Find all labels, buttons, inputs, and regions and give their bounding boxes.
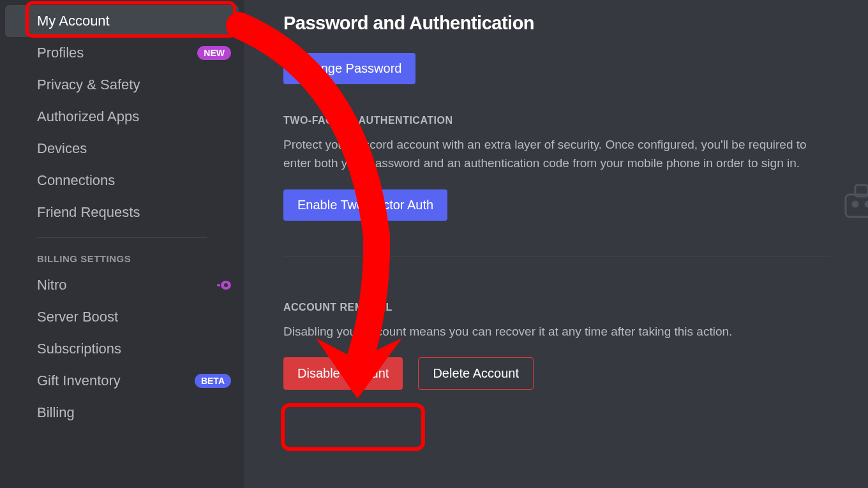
- change-password-button[interactable]: Change Password: [283, 53, 415, 84]
- sidebar-item-authorized-apps[interactable]: Authorized Apps: [0, 101, 244, 133]
- sidebar-item-friend-requests[interactable]: Friend Requests: [0, 196, 244, 228]
- sidebar-item-profiles[interactable]: Profiles NEW: [0, 37, 244, 69]
- sidebar-item-label: Profiles: [37, 45, 84, 61]
- sidebar-item-label: Connections: [37, 172, 115, 189]
- sidebar-item-label: Gift Inventory: [37, 373, 121, 389]
- page-title: Password and Authentication: [283, 13, 830, 34]
- sidebar-item-billing[interactable]: Billing: [0, 397, 244, 429]
- disable-account-button[interactable]: Disable Account: [283, 357, 403, 390]
- sidebar-item-my-account[interactable]: My Account: [5, 5, 239, 37]
- sidebar-item-label: Server Boost: [37, 309, 118, 325]
- sidebar-item-connections[interactable]: Connections: [0, 165, 244, 196]
- removal-button-row: Disable Account Delete Account: [283, 357, 830, 390]
- nitro-icon: [217, 280, 231, 290]
- sidebar-item-label: Subscriptions: [37, 341, 121, 357]
- sidebar-item-label: Privacy & Safety: [37, 77, 140, 93]
- svg-point-5: [865, 202, 868, 207]
- sidebar-item-label: Friend Requests: [37, 204, 140, 221]
- robot-decoration-icon: [836, 179, 868, 226]
- enable-twofa-button[interactable]: Enable Two-Factor Auth: [283, 189, 447, 221]
- sidebar-section-billing-header: Billing Settings: [0, 240, 244, 269]
- section-divider: [283, 256, 830, 257]
- twofa-section-header: Two-Factor Authentication: [283, 115, 830, 126]
- twofa-section-desc: Protect your Discord account with an ext…: [283, 135, 830, 173]
- sidebar-item-label: Billing: [37, 404, 75, 421]
- svg-rect-2: [217, 284, 220, 286]
- new-badge: NEW: [197, 46, 231, 60]
- sidebar-item-label: Authorized Apps: [37, 108, 139, 125]
- sidebar-item-nitro[interactable]: Nitro: [0, 269, 244, 301]
- sidebar-divider: [37, 237, 207, 238]
- sidebar-item-label: My Account: [37, 13, 110, 29]
- svg-point-1: [224, 283, 228, 287]
- beta-badge: BETA: [195, 374, 231, 388]
- sidebar-item-server-boost[interactable]: Server Boost: [0, 301, 244, 333]
- sidebar-item-gift-inventory[interactable]: Gift Inventory BETA: [0, 365, 244, 397]
- sidebar-item-subscriptions[interactable]: Subscriptions: [0, 333, 244, 365]
- removal-section-header: Account Removal: [283, 302, 830, 313]
- sidebar-item-label: Nitro: [37, 277, 66, 293]
- sidebar-item-privacy-safety[interactable]: Privacy & Safety: [0, 69, 244, 101]
- delete-account-button[interactable]: Delete Account: [418, 357, 534, 390]
- sidebar: My Account Profiles NEW Privacy & Safety…: [0, 0, 244, 488]
- svg-point-4: [853, 202, 858, 207]
- main-content: Password and Authentication Change Passw…: [244, 0, 868, 488]
- sidebar-item-label: Devices: [37, 140, 87, 157]
- removal-section-desc: Disabling your account means you can rec…: [283, 322, 830, 341]
- sidebar-item-devices[interactable]: Devices: [0, 133, 244, 165]
